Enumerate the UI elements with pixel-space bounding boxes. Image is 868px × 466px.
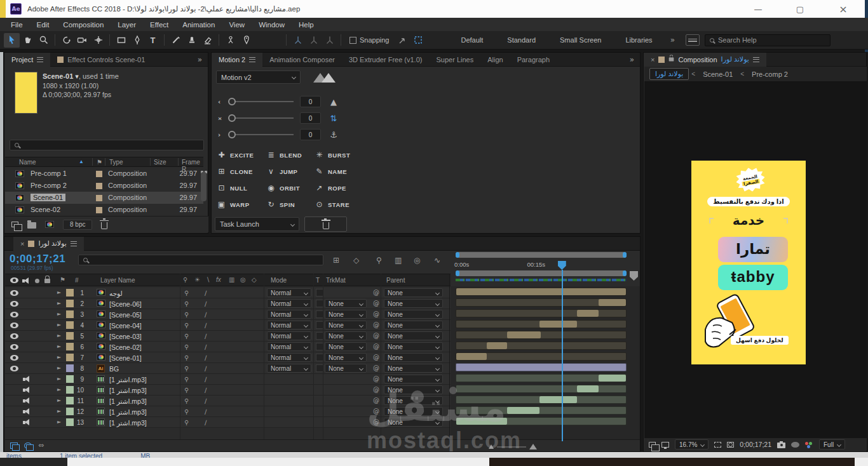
panel-menu-icon[interactable]: [249, 57, 255, 62]
layer-active-segment[interactable]: [539, 321, 577, 328]
layer-row[interactable]: ►5[Scene-03]⚲∕NormalNone@None: [5, 331, 451, 342]
label-color-chip[interactable]: [96, 207, 102, 213]
quality-switch-icon[interactable]: ∕: [205, 387, 207, 394]
parent-pickwhip-icon[interactable]: @: [373, 310, 379, 317]
camera-tool-icon[interactable]: [74, 33, 90, 48]
world-axis-mode-icon[interactable]: [306, 33, 322, 48]
expand-arrow-icon[interactable]: ►: [57, 300, 61, 306]
label-color-chip[interactable]: [96, 171, 102, 177]
layer-duration-bar[interactable]: [456, 309, 627, 317]
show-channel-icon[interactable]: [805, 442, 808, 445]
menu-item-animation[interactable]: Animation: [175, 21, 222, 29]
breadcrumb-pre-comp-2[interactable]: Pre-comp 2: [747, 69, 793, 79]
hand-tool-icon[interactable]: [20, 33, 36, 48]
parent-pickwhip-icon[interactable]: @: [373, 332, 379, 339]
multi-view-icon[interactable]: [649, 442, 656, 448]
quality-switch-icon[interactable]: ∕: [205, 311, 207, 318]
timeline-search-box[interactable]: [78, 255, 323, 265]
layer-row[interactable]: ►1لوجه⚲∕Normal@None: [5, 288, 451, 298]
trkmat-dropdown[interactable]: None: [325, 353, 367, 362]
parent-pickwhip-icon[interactable]: @: [373, 397, 379, 404]
shy-switch-icon[interactable]: ⚲: [184, 311, 189, 318]
breadcrumb-item[interactable]: بولاند لورا: [649, 68, 689, 80]
timeline-horizontal-scrollbar[interactable]: [456, 252, 627, 258]
layer-duration-bar[interactable]: [456, 417, 627, 425]
eraser-tool-icon[interactable]: [200, 33, 215, 48]
tab-paragraph[interactable]: Paragraph: [510, 53, 557, 67]
quality-switch-icon[interactable]: ∕: [205, 354, 207, 361]
parent-dropdown[interactable]: None: [384, 331, 443, 340]
mode-dropdown[interactable]: Normal: [267, 353, 311, 362]
expand-in-out-icon[interactable]: ⇔: [38, 441, 44, 449]
project-row[interactable]: Pre-comp 1Composition29.97: [5, 168, 203, 180]
parent-dropdown[interactable]: None: [384, 342, 443, 351]
column-header-size[interactable]: Size: [154, 159, 166, 166]
shy-switch-icon[interactable]: ⚲: [184, 354, 189, 361]
mode-dropdown[interactable]: Normal: [267, 299, 311, 308]
motion-blur-icon[interactable]: ◎: [414, 256, 420, 265]
column-header-mode[interactable]: Mode: [271, 277, 287, 284]
visibility-eye-icon[interactable]: [10, 355, 18, 361]
panel-menu-icon[interactable]: [37, 57, 43, 62]
project-table-header[interactable]: Name ▲ ⚑ Type Size Frame R...: [5, 157, 203, 167]
graph-editor-icon[interactable]: ∿: [434, 256, 440, 265]
motion-button-null[interactable]: ⊡NULL: [217, 180, 266, 196]
project-item-name[interactable]: Pre-comp 1: [31, 170, 67, 177]
column-header-number[interactable]: #: [75, 277, 79, 284]
layer-duration-bar[interactable]: [456, 363, 627, 371]
composition-mini-flowchart-icon[interactable]: ⊞: [333, 256, 339, 265]
mode-dropdown[interactable]: Normal: [267, 321, 311, 330]
layer-row[interactable]: ►9[1 اشتر.mp3]⚲∕@None: [5, 374, 451, 385]
breadcrumb-scene-01[interactable]: Scene-01: [698, 69, 738, 79]
trkmat-dropdown[interactable]: None: [325, 342, 367, 351]
expand-arrow-icon[interactable]: ►: [57, 387, 61, 392]
expand-arrow-icon[interactable]: ►: [57, 322, 61, 328]
audio-speaker-icon[interactable]: [23, 387, 31, 393]
label-color-chip[interactable]: [96, 195, 102, 201]
shy-switch-icon[interactable]: ⚲: [184, 322, 189, 329]
layer-name[interactable]: [1 اشتر.mp3]: [109, 376, 147, 383]
layer-row[interactable]: ►6[Scene-02]⚲∕NormalNone@None: [5, 342, 451, 352]
layer-duration-bar[interactable]: [456, 385, 627, 393]
mode-dropdown[interactable]: Normal: [267, 364, 311, 373]
project-row[interactable]: Scene-02Composition29.97: [5, 204, 203, 216]
quality-switch-icon[interactable]: ∖: [206, 276, 210, 283]
layer-row[interactable]: ►10[1 اشتر.mp3]⚲∕@None: [5, 385, 451, 396]
menu-item-composition[interactable]: Composition: [56, 21, 111, 29]
motion-button-name[interactable]: ✎NAME: [315, 163, 363, 180]
time-ruler[interactable]: 0:00s00:15s: [456, 260, 627, 270]
expand-arrow-icon[interactable]: ►: [57, 419, 61, 425]
layer-name[interactable]: [Scene-04]: [109, 322, 142, 330]
quality-switch-icon[interactable]: ∕: [205, 300, 207, 307]
layer-name[interactable]: [Scene-05]: [109, 311, 142, 319]
shy-switch-icon[interactable]: ⚲: [184, 343, 189, 350]
parent-pickwhip-icon[interactable]: @: [373, 354, 379, 361]
layer-duration-bar[interactable]: [456, 352, 627, 361]
roto-brush-tool-icon[interactable]: [222, 33, 238, 48]
quality-switch-icon[interactable]: ∕: [205, 333, 207, 340]
expand-arrow-icon[interactable]: ►: [57, 290, 61, 295]
tab-3d-extruder-free-v1-0[interactable]: 3D Extruder Free (v1.0): [342, 53, 430, 67]
trkmat-dropdown[interactable]: None: [325, 310, 367, 319]
expand-transfer-controls-icon[interactable]: [24, 443, 32, 449]
parent-dropdown[interactable]: None: [384, 299, 443, 308]
panel-menu-icon[interactable]: [71, 241, 77, 246]
workspace-settings-icon[interactable]: [686, 34, 700, 46]
menu-item-edit[interactable]: Edit: [30, 21, 57, 29]
task-launch-dropdown[interactable]: Task Launch: [215, 217, 299, 231]
visibility-eye-icon[interactable]: [10, 344, 18, 350]
layer-active-segment[interactable]: [577, 385, 599, 392]
tab-timeline-comp[interactable]: × بولاند لورا: [13, 237, 84, 251]
project-item-name[interactable]: Scene-01: [31, 194, 65, 201]
pan-behind-tool-icon[interactable]: [90, 33, 106, 48]
comp-marker-bin-icon[interactable]: [630, 271, 638, 281]
label-column-icon[interactable]: ⚑: [60, 276, 65, 283]
help-search-input[interactable]: [718, 36, 813, 44]
new-composition-icon[interactable]: [45, 221, 54, 228]
column-header-type[interactable]: Type: [109, 159, 123, 166]
parent-pickwhip-icon[interactable]: @: [373, 408, 379, 415]
zoom-tool-icon[interactable]: [36, 33, 51, 48]
layer-name[interactable]: لوجه: [109, 290, 123, 297]
quality-switch-icon[interactable]: ∕: [205, 365, 207, 372]
puppet-pin-tool-icon[interactable]: [238, 33, 254, 48]
